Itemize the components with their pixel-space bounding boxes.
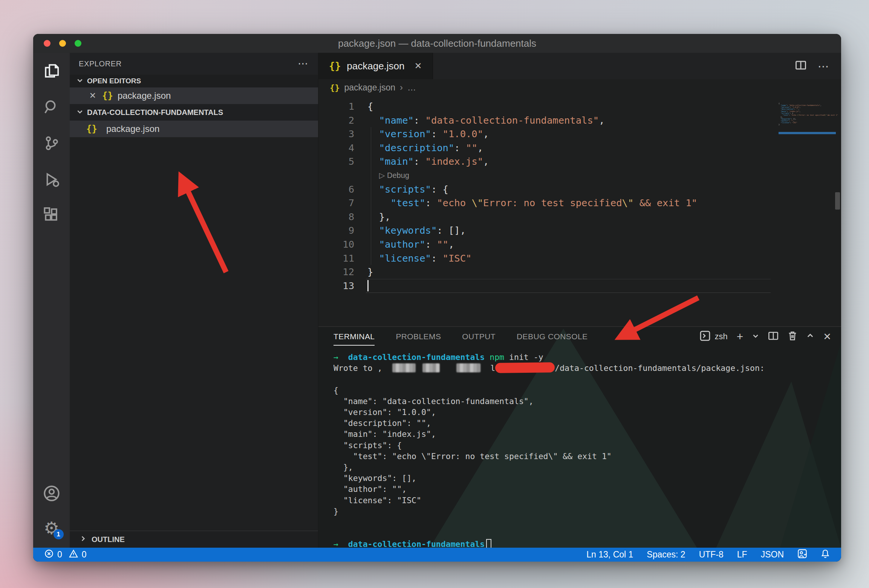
code-token: Error: no test specified xyxy=(483,197,622,208)
line-number: 10 xyxy=(318,237,354,251)
minimize-window-button[interactable] xyxy=(59,40,66,47)
close-panel-icon[interactable]: ✕ xyxy=(823,331,831,343)
terminal-json-line: { xyxy=(334,385,841,396)
json-file-icon: {} xyxy=(86,124,97,134)
explorer-sidebar: EXPLORER ⋯ OPEN EDITORS ✕ {} package.jso… xyxy=(70,53,318,548)
code-token xyxy=(367,225,379,236)
titlebar: package.json — data-collection-fundament… xyxy=(33,34,841,53)
code-token: , xyxy=(477,142,483,153)
code-line-13: 13 xyxy=(318,279,841,293)
errors-count[interactable]: 0 xyxy=(57,550,62,560)
status-bar: 0 0 Ln 13, Col 1 Spaces: 2 UTF-8 LF JSON xyxy=(33,548,841,562)
breadcrumb[interactable]: {} package.json › … xyxy=(318,79,841,96)
current-line-highlight xyxy=(366,279,771,293)
open-editor-item-package-json[interactable]: ✕ {} package.json xyxy=(70,87,318,104)
panel-tab-problems[interactable]: PROBLEMS xyxy=(396,327,441,346)
shell-selector[interactable]: zsh xyxy=(699,330,727,343)
terminal-json-line: } xyxy=(334,506,841,517)
code-token: "test" xyxy=(390,197,425,208)
tab-label: package.json xyxy=(347,60,404,72)
code-token: : xyxy=(425,197,437,208)
line-number: 1 xyxy=(318,100,354,113)
command-npm: npm xyxy=(490,352,504,362)
tab-package-json[interactable]: {} package.json ✕ xyxy=(318,53,433,79)
new-terminal-icon[interactable]: + xyxy=(737,330,744,343)
close-window-button[interactable] xyxy=(44,40,50,47)
outline-section-header[interactable]: OUTLINE xyxy=(70,531,318,548)
open-editor-filename: package.json xyxy=(118,90,171,101)
code-text xyxy=(354,279,367,293)
breadcrumb-file[interactable]: package.json xyxy=(344,83,396,93)
terminal-json-line: "scripts": { xyxy=(334,440,841,451)
language-mode[interactable]: JSON xyxy=(761,550,784,560)
kill-terminal-trash-icon[interactable] xyxy=(788,331,797,343)
indentation-setting[interactable]: Spaces: 2 xyxy=(647,550,685,560)
accounts-icon[interactable] xyxy=(43,484,61,502)
traffic-lights xyxy=(44,34,81,53)
redaction-marker xyxy=(495,362,555,373)
terminal-output[interactable]: → data-collection-fundamentals npm init … xyxy=(318,346,841,548)
open-editors-section-header[interactable]: OPEN EDITORS xyxy=(70,75,318,87)
file-item-filename: package.json xyxy=(106,124,159,134)
line-number: 7 xyxy=(318,196,354,210)
command-args: init -y xyxy=(504,352,543,362)
breadcrumb-symbol[interactable]: … xyxy=(407,83,416,93)
warnings-count[interactable]: 0 xyxy=(82,550,87,560)
code-token xyxy=(367,156,379,167)
code-text: "license": "ISC" xyxy=(354,251,471,265)
split-terminal-icon[interactable] xyxy=(768,331,779,342)
explorer-icon[interactable] xyxy=(43,62,61,80)
run-debug-icon[interactable] xyxy=(43,170,61,188)
terminal-dropdown-chevron-icon[interactable] xyxy=(752,332,759,341)
minimap[interactable]: { "name": "data-collection-fundamentals"… xyxy=(779,99,836,138)
code-token xyxy=(367,128,379,139)
folder-section-header[interactable]: DATA-COLLECTION-FUNDAMENTALS xyxy=(70,104,318,121)
notifications-bell-icon[interactable] xyxy=(821,549,830,561)
editor-more-actions-icon[interactable]: ⋯ xyxy=(818,60,830,73)
panel-tab-output[interactable]: OUTPUT xyxy=(462,327,496,346)
source-control-icon[interactable] xyxy=(43,134,61,152)
line-number: 4 xyxy=(318,141,354,155)
split-editor-icon[interactable] xyxy=(795,60,806,72)
code-token: , xyxy=(483,128,489,139)
path-fragment: l xyxy=(480,363,495,373)
code-token: "index.js" xyxy=(425,156,483,167)
warnings-icon[interactable] xyxy=(69,549,78,560)
cursor-position[interactable]: Ln 13, Col 1 xyxy=(586,550,633,560)
code-line-3: 3 "version": "1.0.0", xyxy=(318,127,841,141)
chevron-right-icon xyxy=(80,535,86,544)
space xyxy=(485,352,490,362)
terminal-json-line: "keywords": [], xyxy=(334,473,841,484)
code-text: "author": "", xyxy=(354,237,454,251)
errors-icon[interactable] xyxy=(44,549,54,560)
tab-close-icon[interactable]: ✕ xyxy=(415,61,422,71)
maximize-panel-chevron-icon[interactable] xyxy=(806,332,814,341)
code-editor[interactable]: 1{2 "name": "data-collection-fundamental… xyxy=(318,96,841,326)
space xyxy=(338,352,348,362)
extensions-icon[interactable] xyxy=(43,207,61,225)
panel-tab-debug-console[interactable]: DEBUG CONSOLE xyxy=(517,327,587,346)
code-token: : xyxy=(414,156,425,167)
minimap-token: Error: no test specified xyxy=(799,114,824,116)
code-line-7: 7 "test": "echo \"Error: no test specifi… xyxy=(318,196,841,210)
code-text: }, xyxy=(354,210,390,224)
zoom-window-button[interactable] xyxy=(75,40,81,47)
code-text: "version": "1.0.0", xyxy=(354,127,489,141)
editor-scrollbar[interactable] xyxy=(835,192,840,210)
search-icon[interactable] xyxy=(43,98,61,116)
settings-gear-icon[interactable]: ⚙ 1 xyxy=(43,519,61,537)
close-editor-icon[interactable]: ✕ xyxy=(86,91,99,101)
file-item-package-json[interactable]: {} package.json xyxy=(70,121,318,137)
redaction-blur-block xyxy=(456,363,480,372)
terminal-json-line: "license": "ISC" xyxy=(334,495,841,506)
code-token: "license" xyxy=(379,253,431,264)
feedback-icon[interactable] xyxy=(797,549,807,561)
panel-tab-terminal[interactable]: TERMINAL xyxy=(334,327,375,346)
encoding-setting[interactable]: UTF-8 xyxy=(699,550,724,560)
code-token: }, xyxy=(367,211,390,222)
codelens-debug[interactable]: ▷ Debug xyxy=(318,168,409,182)
code-token: : xyxy=(454,142,466,153)
redaction-blur-block xyxy=(422,363,440,372)
json-file-icon: {} xyxy=(330,83,340,92)
eol-setting[interactable]: LF xyxy=(737,550,747,560)
